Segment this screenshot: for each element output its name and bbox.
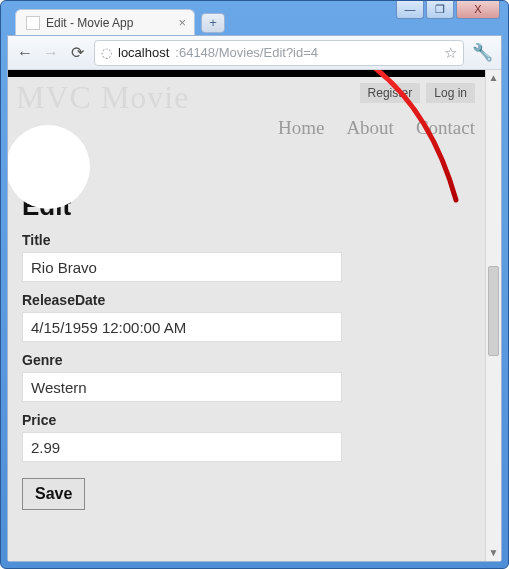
nav-about[interactable]: About [346, 117, 394, 139]
page-heading: Edit [22, 191, 471, 222]
window-controls: — ❐ X [394, 1, 500, 19]
site-brand[interactable]: MVC Movie [16, 79, 189, 116]
register-link[interactable]: Register [360, 83, 421, 103]
page-content: MVC Movie Register Log in Home About Con… [8, 70, 485, 561]
vertical-scrollbar[interactable]: ▲ ▼ [485, 70, 501, 561]
scroll-down-icon[interactable]: ▼ [489, 545, 499, 561]
reload-button[interactable]: ⟳ [68, 43, 86, 62]
window-close-button[interactable]: X [456, 1, 500, 19]
input-genre[interactable] [22, 372, 342, 402]
label-releasedate: ReleaseDate [22, 292, 471, 308]
window-minimize-button[interactable]: — [396, 1, 424, 19]
window-maximize-button[interactable]: ❐ [426, 1, 454, 19]
tab-close-icon[interactable]: × [178, 15, 186, 30]
input-releasedate[interactable] [22, 312, 342, 342]
nav-contact[interactable]: Contact [416, 117, 475, 139]
nav-home[interactable]: Home [278, 117, 324, 139]
bookmark-star-icon[interactable]: ☆ [444, 44, 457, 62]
save-button[interactable]: Save [22, 478, 85, 510]
address-bar[interactable]: ◌ localhost:64148/Movies/Edit?id=4 ☆ [94, 40, 464, 66]
url-path: :64148/Movies/Edit?id=4 [175, 45, 318, 60]
page-viewport: MVC Movie Register Log in Home About Con… [8, 70, 501, 561]
site-header: MVC Movie Register Log in Home About Con… [8, 77, 485, 163]
url-host: localhost [118, 45, 169, 60]
edit-form: Edit Title ReleaseDate Genre Price Save [8, 163, 485, 526]
header-circle-decoration [8, 125, 90, 209]
forward-button[interactable]: → [42, 44, 60, 62]
tab-title: Edit - Movie App [46, 16, 133, 30]
browser-tab-active[interactable]: Edit - Movie App × [15, 9, 195, 35]
scroll-thumb[interactable] [488, 266, 499, 356]
settings-wrench-icon[interactable]: 🔧 [472, 42, 493, 63]
site-info-icon[interactable]: ◌ [101, 45, 112, 60]
tab-favicon [26, 16, 40, 30]
input-title[interactable] [22, 252, 342, 282]
scroll-up-icon[interactable]: ▲ [489, 70, 499, 86]
scroll-track[interactable] [486, 86, 501, 545]
back-button[interactable]: ← [16, 44, 34, 62]
label-genre: Genre [22, 352, 471, 368]
input-price[interactable] [22, 432, 342, 462]
main-nav: Home About Contact [278, 117, 475, 139]
account-links: Register Log in [360, 83, 475, 103]
window-frame: — ❐ X Edit - Movie App × + ← → ⟳ ◌ local… [0, 0, 509, 569]
browser-body: ← → ⟳ ◌ localhost:64148/Movies/Edit?id=4… [7, 35, 502, 562]
login-link[interactable]: Log in [426, 83, 475, 103]
browser-toolbar: ← → ⟳ ◌ localhost:64148/Movies/Edit?id=4… [8, 36, 501, 70]
new-tab-button[interactable]: + [201, 13, 225, 33]
top-black-bar [8, 70, 485, 77]
label-title: Title [22, 232, 471, 248]
label-price: Price [22, 412, 471, 428]
